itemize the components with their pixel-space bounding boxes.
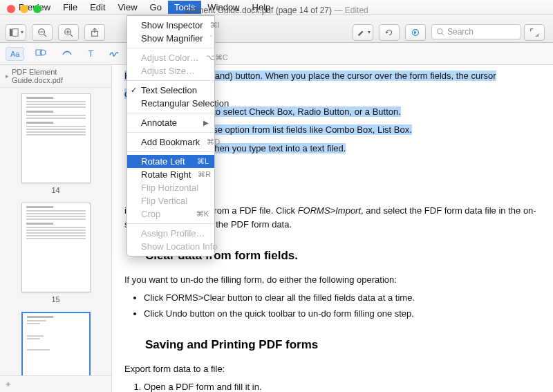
- sketch-icon: [62, 48, 73, 57]
- minimize-window-button[interactable]: [20, 5, 28, 13]
- traffic-lights: [7, 5, 41, 13]
- menu-item-rotate-right[interactable]: Rotate Right⌘R: [127, 168, 214, 181]
- menu-view[interactable]: View: [112, 1, 144, 14]
- thumbnail-sidebar: PDF Element Guide.docx.pdf 14 15 16: [0, 65, 112, 392]
- doc-text: elp when you type text into a text filed…: [194, 142, 536, 156]
- menu-item-show-location-info: Show Location Info: [127, 240, 214, 253]
- fullscreen-button[interactable]: [524, 24, 545, 41]
- doc-text: help to select Check Box, Radio Button, …: [194, 105, 536, 119]
- sidebar-view-icon: [9, 28, 19, 37]
- zoom-out-icon: [37, 28, 47, 37]
- signature-icon: [109, 48, 120, 57]
- markup-toolbar-icon: [411, 28, 420, 37]
- svg-rect-1: [12, 28, 18, 36]
- svg-point-12: [438, 28, 443, 34]
- main-area: PDF Element Guide.docx.pdf 14 15 16: [0, 65, 553, 392]
- search-icon: [436, 28, 444, 36]
- tools-dropdown-menu: Show Inspector⌘IShow Magnifier`Adjust Co…: [126, 15, 215, 256]
- svg-rect-0: [9, 28, 12, 36]
- page-thumb-14[interactable]: [21, 93, 91, 183]
- window-toolbar: Element Guide.docx.pdf (page 14 of 27) —…: [0, 15, 553, 43]
- markup-subtoolbar: Aa T A ▾: [0, 43, 553, 65]
- highlighter-icon: [356, 28, 366, 37]
- menu-item-add-bookmark[interactable]: Add Bookmark⌘D: [127, 136, 214, 149]
- menu-file[interactable]: File: [57, 1, 84, 14]
- highlight-button[interactable]: [353, 24, 373, 41]
- menu-item-show-inspector[interactable]: Show Inspector⌘I: [127, 19, 214, 32]
- menu-item-adjust-size: Adjust Size…: [127, 64, 214, 77]
- share-button[interactable]: [84, 24, 105, 41]
- menu-item-flip-horizontal: Flip Horizontal: [127, 181, 214, 194]
- menu-item-crop: Crop⌘K: [127, 207, 214, 221]
- shapes-icon: [35, 48, 46, 57]
- search-placeholder: Search: [447, 27, 474, 37]
- zoom-in-button[interactable]: [58, 24, 79, 41]
- doc-text: Export form data to a file:: [124, 362, 536, 376]
- menu-item-text-selection[interactable]: ✓Text Selection: [127, 84, 214, 97]
- zoom-out-button[interactable]: [32, 24, 53, 41]
- sketch-button[interactable]: [57, 46, 77, 62]
- zoom-window-button[interactable]: [33, 5, 41, 13]
- menu-item-rotate-left[interactable]: Rotate Left⌘L: [127, 155, 214, 168]
- zoom-in-icon: [64, 28, 73, 37]
- svg-line-3: [44, 34, 47, 37]
- thumbnail-list[interactable]: 14 15 16: [0, 88, 111, 375]
- menu-item-show-magnifier[interactable]: Show Magnifier`: [127, 32, 214, 45]
- menu-item-rectangular-selection[interactable]: Rectangular Selection: [127, 97, 214, 110]
- rotate-icon: [384, 28, 394, 37]
- menu-go[interactable]: Go: [144, 1, 168, 14]
- list-item: Open a PDF form and fill it in.: [144, 380, 536, 392]
- menu-edit[interactable]: Edit: [84, 1, 111, 14]
- close-window-button[interactable]: [7, 5, 15, 13]
- page-thumb-15[interactable]: [21, 203, 91, 292]
- view-mode-button[interactable]: [6, 24, 26, 41]
- text-style-button[interactable]: Aa: [6, 47, 24, 61]
- menu-item-assign-profile: Assign Profile…: [127, 227, 214, 240]
- doc-text: If you want to un-do the filling form, d…: [124, 273, 536, 287]
- doc-text: choose option from list fields like Comb…: [194, 123, 536, 137]
- menu-item-adjust-color: Adjust Color…⌥⌘C: [127, 51, 214, 64]
- markup-button[interactable]: [405, 24, 426, 41]
- fullscreen-icon: [529, 28, 539, 37]
- share-icon: [90, 28, 100, 37]
- list-item: Click Undo button on the quick toolbar t…: [144, 307, 536, 321]
- thumb-label: 14: [51, 186, 59, 194]
- menu-item-annotate[interactable]: Annotate▶: [127, 116, 214, 129]
- search-field[interactable]: Search: [431, 24, 521, 39]
- menu-item-flip-vertical: Flip Vertical: [127, 194, 214, 207]
- svg-line-6: [71, 34, 73, 37]
- thumb-label: 15: [51, 295, 59, 304]
- shapes-button[interactable]: [31, 46, 50, 62]
- sidebar-add-page[interactable]: +: [0, 375, 111, 392]
- window-title: Element Guide.docx.pdf (page 14 of 27) —…: [185, 6, 368, 15]
- svg-line-13: [442, 33, 444, 35]
- rotate-button[interactable]: [379, 24, 400, 41]
- sidebar-doc-title[interactable]: PDF Element Guide.docx.pdf: [0, 65, 111, 88]
- heading-save-print: Saving and Printing PDF forms: [145, 336, 536, 354]
- text-box-button[interactable]: T: [84, 46, 97, 61]
- sign-button[interactable]: [104, 46, 124, 62]
- list-item: Click FORMS>Clear button to clear all th…: [144, 291, 536, 305]
- page-thumb-16[interactable]: [21, 312, 91, 375]
- svg-point-15: [40, 50, 46, 55]
